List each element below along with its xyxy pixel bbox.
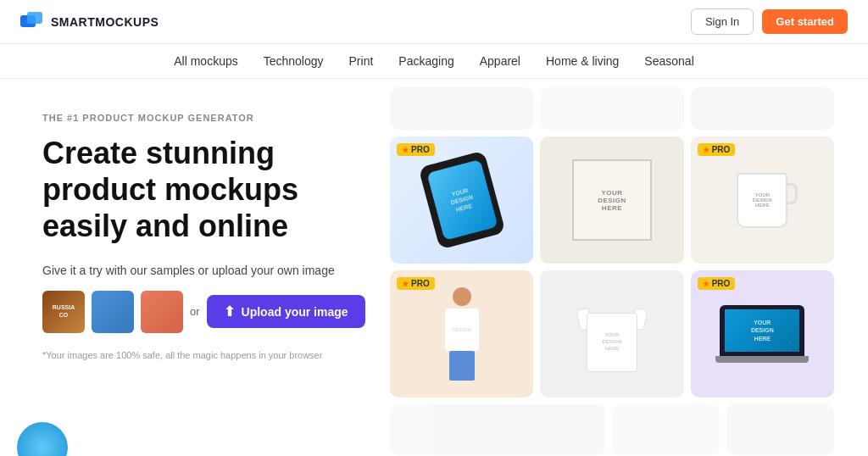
- bottom-partial-card-1: [390, 404, 605, 455]
- nav-item-all-mockups[interactable]: All mockups: [174, 54, 237, 68]
- tshirt-body: YOURDESIGNHERE: [587, 313, 637, 372]
- tshirt-shape: YOURDESIGNHERE: [578, 296, 646, 372]
- laptop-base: [715, 356, 809, 363]
- person-silhouette: DESIGN: [432, 287, 492, 381]
- main-content: The #1 Product Mockup Generator Create s…: [0, 79, 868, 456]
- header-actions: Sign In Get started: [691, 8, 848, 35]
- poster-design-text: YOURDESIGNHERE: [598, 189, 626, 212]
- sample-thumb-1[interactable]: RUSSIACO: [42, 291, 85, 333]
- phone-screen: YOURDESIGNHERE: [426, 159, 498, 241]
- bottom-partial-card-2: [612, 404, 720, 455]
- person-head: [453, 287, 471, 306]
- upload-button-label: Upload your image: [242, 305, 348, 319]
- person-body: DESIGN: [445, 309, 479, 351]
- logo-area: SMARTMOCKUPS: [20, 10, 159, 34]
- top-partial-card-3: [691, 87, 834, 130]
- mug-handle: [786, 183, 798, 204]
- svg-rect-1: [27, 12, 42, 24]
- nav-item-apparel[interactable]: Apparel: [480, 54, 520, 68]
- pro-badge-phone: PRO: [397, 143, 435, 156]
- safety-note: *Your images are 100% safe, all the magi…: [42, 350, 373, 360]
- pro-badge-mug: PRO: [698, 143, 736, 156]
- mug-design-text: YOURDESIGNHERE: [753, 192, 772, 208]
- mockup-grid-area: PRO YOURDESIGNHERE YOURDESIGNHERE PRO: [390, 79, 834, 456]
- sample-thumb-3[interactable]: [141, 291, 183, 333]
- laptop-design-text: YOURDESIGNHERE: [751, 319, 774, 342]
- poster-frame: YOURDESIGNHERE: [572, 159, 653, 241]
- nav-item-seasonal[interactable]: Seasonal: [644, 54, 693, 68]
- mug-shape: YOURDESIGNHERE: [737, 173, 787, 228]
- pro-badge-person: PRO: [397, 277, 435, 290]
- phone-mockup: YOURDESIGNHERE: [418, 150, 505, 249]
- nav-item-print[interactable]: Print: [349, 54, 374, 68]
- get-started-button[interactable]: Get started: [762, 9, 848, 34]
- mockup-card-tshirt[interactable]: YOURDESIGNHERE: [540, 270, 683, 398]
- phone-design-text: YOURDESIGNHERE: [448, 186, 476, 214]
- tshirt-design-text: YOURDESIGNHERE: [602, 332, 621, 352]
- main-nav: All mockups Technology Print Packaging A…: [0, 44, 868, 79]
- header: SMARTMOCKUPS Sign In Get started: [0, 0, 868, 44]
- top-partial-card-1: [390, 87, 533, 130]
- bottom-partial-card-3: [726, 404, 834, 455]
- laptop-screen: YOURDESIGNHERE: [720, 305, 804, 356]
- person-legs: [449, 351, 475, 381]
- laptop-shape: YOURDESIGNHERE: [715, 305, 809, 363]
- upload-icon: ⬆: [224, 303, 235, 320]
- logo-icon: [20, 10, 44, 34]
- mockup-card-phone[interactable]: PRO YOURDESIGNHERE: [390, 136, 533, 264]
- sample-row: RUSSIACO or ⬆ Upload your image: [42, 291, 373, 333]
- hero-subtitle: The #1 Product Mockup Generator: [42, 113, 373, 123]
- hero-headline: Create stunning product mockups easily a…: [42, 135, 373, 245]
- sign-in-button[interactable]: Sign In: [691, 8, 754, 35]
- mockup-card-person[interactable]: PRO DESIGN: [390, 270, 533, 398]
- sample-thumb-2[interactable]: [92, 291, 134, 333]
- hero-cta-description: Give it a try with our samples or upload…: [42, 264, 373, 277]
- laptop-screen-content: YOURDESIGNHERE: [725, 309, 799, 352]
- upload-button[interactable]: ⬆ Upload your image: [207, 295, 365, 328]
- nav-item-technology[interactable]: Technology: [264, 54, 324, 68]
- hero-left: The #1 Product Mockup Generator Create s…: [34, 79, 390, 456]
- nav-item-packaging[interactable]: Packaging: [398, 54, 453, 68]
- logo-text: SMARTMOCKUPS: [51, 15, 159, 29]
- sample-thumb-1-label: RUSSIACO: [53, 304, 75, 319]
- person-tshirt-text: DESIGN: [452, 327, 471, 332]
- pro-badge-laptop: PRO: [698, 277, 736, 290]
- mockup-card-laptop[interactable]: PRO YOURDESIGNHERE: [691, 270, 834, 398]
- mockup-card-mug[interactable]: PRO YOURDESIGNHERE: [691, 136, 834, 264]
- top-partial-card-2: [540, 87, 683, 130]
- mockup-card-poster[interactable]: YOURDESIGNHERE: [540, 136, 683, 264]
- poster-inner: YOURDESIGNHERE: [562, 149, 663, 251]
- or-label: or: [190, 305, 200, 318]
- nav-item-home-living[interactable]: Home & living: [546, 54, 619, 68]
